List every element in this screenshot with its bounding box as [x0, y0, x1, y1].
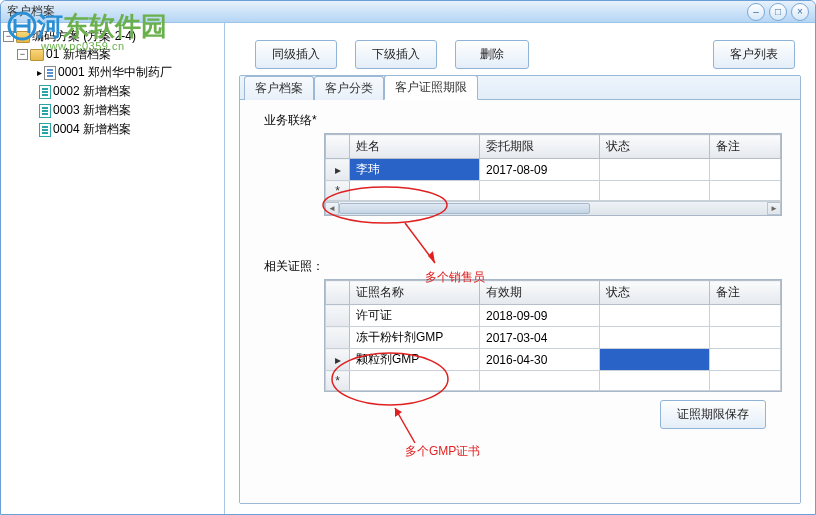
tree-node-01[interactable]: − 01 新增档案 — [17, 46, 222, 63]
cell-period[interactable] — [480, 181, 600, 201]
cell-license[interactable]: 许可证 — [350, 305, 480, 327]
tabs-container: 客户档案 客户分类 客户证照期限 业务联络* 姓名 — [239, 75, 801, 504]
cell-name[interactable]: 李玮 — [350, 159, 480, 181]
grid-corner — [326, 281, 350, 305]
table-row[interactable]: * — [326, 181, 781, 201]
folder-icon — [16, 31, 30, 43]
cell-remark[interactable] — [710, 159, 781, 181]
page-icon — [44, 66, 56, 80]
table-row[interactable]: * — [326, 371, 781, 391]
tree-leaf[interactable]: 0003 新增档案 — [37, 102, 222, 119]
cell-status[interactable] — [600, 349, 710, 371]
page-icon — [39, 104, 51, 118]
insert-same-button[interactable]: 同级插入 — [255, 40, 337, 69]
titlebar: 客户档案 – □ × — [1, 1, 815, 23]
window-title: 客户档案 — [7, 3, 747, 20]
contacts-grid: 姓名 委托期限 状态 备注 ▸ 李玮 2017-08-09 * — [324, 133, 782, 216]
app-window: 客户档案 – □ × 河东软件园 www.pc0359.cn − 编码方案 (方… — [0, 0, 816, 515]
close-button[interactable]: × — [791, 3, 809, 21]
customer-list-button[interactable]: 客户列表 — [713, 40, 795, 69]
tab-body: 业务联络* 姓名 委托期限 状态 备注 — [240, 100, 800, 503]
col-remark[interactable]: 备注 — [710, 281, 781, 305]
tree-root[interactable]: − 编码方案 (方案 2-4) — [3, 28, 222, 45]
row-marker — [326, 305, 350, 327]
tab-license-period[interactable]: 客户证照期限 — [384, 75, 478, 100]
cell-license[interactable]: 冻干粉针剂GMP — [350, 327, 480, 349]
page-icon — [39, 85, 51, 99]
tab-customer-category[interactable]: 客户分类 — [314, 76, 384, 100]
tree-leaf[interactable]: ▸ 0001 郑州华中制药厂 — [37, 64, 222, 81]
scroll-right-icon[interactable]: ► — [767, 202, 781, 215]
window-controls: – □ × — [747, 3, 809, 21]
table-row[interactable]: 冻干粉针剂GMP 2017-03-04 — [326, 327, 781, 349]
col-name[interactable]: 姓名 — [350, 135, 480, 159]
folder-icon — [30, 49, 44, 61]
cell-license[interactable]: 颗粒剂GMP — [350, 349, 480, 371]
cell-valid[interactable]: 2018-09-09 — [480, 305, 600, 327]
cell-license[interactable] — [350, 371, 480, 391]
grid-corner — [326, 135, 350, 159]
tree-leaf[interactable]: 0002 新增档案 — [37, 83, 222, 100]
maximize-button[interactable]: □ — [769, 3, 787, 21]
scroll-thumb[interactable] — [339, 203, 590, 214]
cell-remark[interactable] — [710, 349, 781, 371]
toolbar: 同级插入 下级插入 删除 客户列表 — [239, 33, 801, 75]
minimize-button[interactable]: – — [747, 3, 765, 21]
delete-button[interactable]: 删除 — [455, 40, 529, 69]
cell-remark[interactable] — [710, 371, 781, 391]
cell-remark[interactable] — [710, 327, 781, 349]
cell-valid[interactable] — [480, 371, 600, 391]
save-license-button[interactable]: 证照期限保存 — [660, 400, 766, 429]
cell-valid[interactable]: 2016-04-30 — [480, 349, 600, 371]
table-row[interactable]: ▸ 颗粒剂GMP 2016-04-30 — [326, 349, 781, 371]
col-remark[interactable]: 备注 — [710, 135, 781, 159]
row-marker: ▸ — [326, 349, 350, 371]
cell-status[interactable] — [600, 371, 710, 391]
cell-remark[interactable] — [710, 305, 781, 327]
scroll-left-icon[interactable]: ◄ — [325, 202, 339, 215]
collapse-icon[interactable]: − — [17, 49, 28, 60]
col-status[interactable]: 状态 — [600, 135, 710, 159]
cell-status[interactable] — [600, 159, 710, 181]
page-icon — [39, 123, 51, 137]
licenses-grid: 证照名称 有效期 状态 备注 许可证 2018-09-09 冻干粉针剂GMP 2… — [324, 279, 782, 392]
row-marker — [326, 327, 350, 349]
tree-leaf[interactable]: 0004 新增档案 — [37, 121, 222, 138]
col-license-name[interactable]: 证照名称 — [350, 281, 480, 305]
tree-leaf-label: 0001 郑州华中制药厂 — [58, 64, 172, 81]
collapse-icon[interactable]: − — [3, 31, 14, 42]
cell-status[interactable] — [600, 181, 710, 201]
section2-label: 相关证照： — [264, 258, 786, 275]
cell-status[interactable] — [600, 305, 710, 327]
cell-name[interactable] — [350, 181, 480, 201]
section1-label: 业务联络* — [264, 112, 786, 129]
tree-leaf-label: 0003 新增档案 — [53, 102, 131, 119]
table-row[interactable]: 许可证 2018-09-09 — [326, 305, 781, 327]
table-row[interactable]: ▸ 李玮 2017-08-09 — [326, 159, 781, 181]
grid-scrollbar[interactable]: ◄ ► — [325, 201, 781, 215]
tree-leaf-label: 0004 新增档案 — [53, 121, 131, 138]
insert-child-button[interactable]: 下级插入 — [355, 40, 437, 69]
tab-customer-profile[interactable]: 客户档案 — [244, 76, 314, 100]
footer: 证照期限保存 — [254, 392, 786, 433]
cell-status[interactable] — [600, 327, 710, 349]
main-area: − 编码方案 (方案 2-4) − 01 新增档案 — [1, 23, 815, 514]
cell-remark[interactable] — [710, 181, 781, 201]
arrow-icon: ▸ — [37, 67, 42, 78]
cell-period[interactable]: 2017-08-09 — [480, 159, 600, 181]
tree-leaf-label: 0002 新增档案 — [53, 83, 131, 100]
cell-valid[interactable]: 2017-03-04 — [480, 327, 600, 349]
row-marker: * — [326, 371, 350, 391]
tree-panel: − 编码方案 (方案 2-4) − 01 新增档案 — [1, 23, 225, 514]
content-panel: 同级插入 下级插入 删除 客户列表 客户档案 客户分类 客户证照期限 业务联络* — [225, 23, 815, 514]
col-valid-until[interactable]: 有效期 — [480, 281, 600, 305]
row-marker: ▸ — [326, 159, 350, 181]
col-delegate-period[interactable]: 委托期限 — [480, 135, 600, 159]
row-marker: * — [326, 181, 350, 201]
col-status[interactable]: 状态 — [600, 281, 710, 305]
tabs-header: 客户档案 客户分类 客户证照期限 — [240, 76, 800, 100]
tree: − 编码方案 (方案 2-4) − 01 新增档案 — [3, 27, 222, 141]
